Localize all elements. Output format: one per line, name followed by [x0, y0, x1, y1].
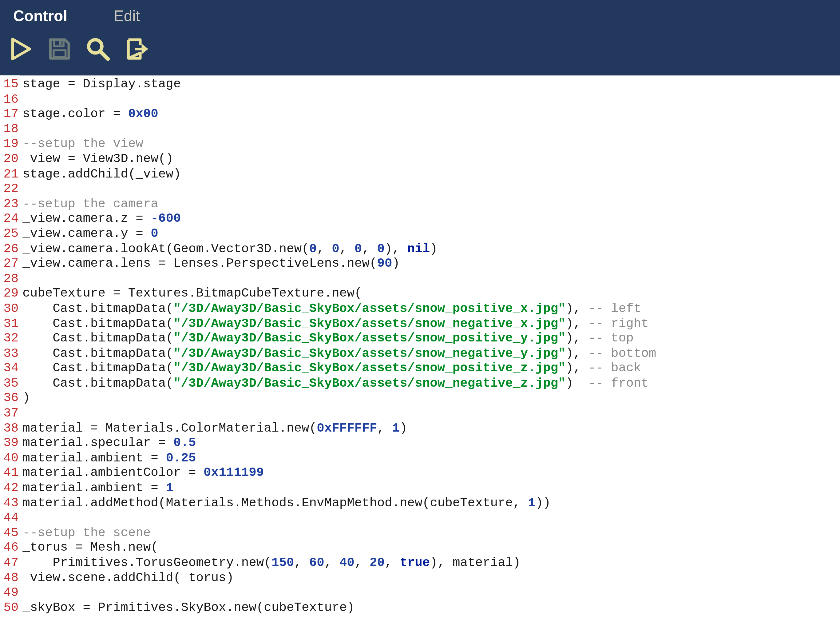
- code-line[interactable]: --setup the scene: [22, 526, 840, 540]
- line-number: 33: [0, 346, 20, 361]
- line-number: 42: [0, 481, 20, 495]
- play-icon: [10, 36, 32, 64]
- line-number: 30: [0, 301, 20, 316]
- svg-rect-3: [59, 41, 62, 44]
- save-icon: [47, 36, 71, 64]
- code-line[interactable]: --setup the camera: [22, 196, 840, 212]
- code-line[interactable]: _view.camera.z = -600: [22, 211, 840, 226]
- line-number: 47: [0, 556, 20, 571]
- code-line[interactable]: material.addMethod(Materials.Methods.Env…: [22, 495, 840, 511]
- line-number: 20: [0, 152, 20, 167]
- code-line[interactable]: _view.camera.lookAt(Geom.Vector3D.new(0,…: [22, 241, 840, 256]
- menu-control[interactable]: Control: [13, 7, 67, 25]
- svg-marker-1: [13, 39, 30, 59]
- code-line[interactable]: Cast.bitmapData("/3D/Away3D/Basic_SkyBox…: [22, 316, 840, 331]
- code-line[interactable]: [22, 182, 840, 196]
- code-line[interactable]: Cast.bitmapData("/3D/Away3D/Basic_SkyBox…: [22, 346, 840, 361]
- code-line[interactable]: [22, 271, 840, 287]
- line-number: 48: [0, 570, 20, 586]
- code-editor[interactable]: 1516171819202122232425262728293031323334…: [0, 75, 840, 630]
- code-line[interactable]: [22, 92, 840, 107]
- line-number: 46: [0, 540, 20, 556]
- line-number: 35: [0, 376, 20, 391]
- menu-edit[interactable]: Edit: [114, 7, 140, 25]
- line-number: 16: [0, 92, 20, 107]
- svg-rect-4: [54, 50, 65, 57]
- code-line[interactable]: _view.camera.lens = Lenses.PerspectiveLe…: [22, 256, 840, 271]
- code-line[interactable]: Cast.bitmapData("/3D/Away3D/Basic_SkyBox…: [22, 301, 840, 316]
- code-line[interactable]: Cast.bitmapData("/3D/Away3D/Basic_SkyBox…: [22, 376, 840, 391]
- code-line[interactable]: Cast.bitmapData("/3D/Away3D/Basic_SkyBox…: [22, 331, 840, 346]
- code-line[interactable]: Cast.bitmapData("/3D/Away3D/Basic_SkyBox…: [22, 361, 840, 376]
- code-line[interactable]: material.ambientColor = 0x111199: [22, 466, 840, 481]
- code-line[interactable]: [22, 406, 840, 421]
- search-button[interactable]: [85, 37, 111, 64]
- line-number: 50: [0, 600, 20, 615]
- code-line[interactable]: Primitives.TorusGeometry.new(150, 60, 40…: [22, 556, 840, 571]
- line-number-gutter: 1516171819202122232425262728293031323334…: [0, 75, 20, 630]
- code-line[interactable]: stage = Display.stage: [22, 77, 840, 92]
- line-number: 34: [0, 361, 20, 376]
- code-line[interactable]: material.ambient = 1: [22, 481, 840, 495]
- code-line[interactable]: _view = View3D.new(): [22, 152, 840, 167]
- code-line[interactable]: _view.scene.addChild(_torus): [22, 570, 840, 586]
- line-number: 25: [0, 226, 20, 242]
- line-number: 23: [0, 196, 20, 212]
- line-number: 36: [0, 391, 20, 406]
- line-number: 38: [0, 421, 20, 436]
- code-line[interactable]: material = Materials.ColorMaterial.new(0…: [22, 421, 840, 436]
- line-number: 43: [0, 495, 20, 511]
- line-number: 29: [0, 286, 20, 301]
- toolbar: [0, 32, 840, 69]
- code-content[interactable]: stage = Display.stage stage.color = 0x00…: [20, 75, 840, 630]
- line-number: 41: [0, 466, 20, 481]
- line-number: 32: [0, 331, 20, 346]
- code-line[interactable]: stage.addChild(_view): [22, 166, 840, 182]
- search-icon: [85, 36, 111, 65]
- play-button[interactable]: [8, 37, 35, 64]
- line-number: 40: [0, 451, 20, 466]
- code-line[interactable]: cubeTexture = Textures.BitmapCubeTexture…: [22, 286, 840, 301]
- line-number: 19: [0, 136, 20, 152]
- line-number: 31: [0, 316, 20, 331]
- code-line[interactable]: material.ambient = 0.25: [22, 451, 840, 466]
- line-number: 18: [0, 122, 20, 136]
- line-number: 21: [0, 166, 20, 182]
- code-line[interactable]: --setup the view: [22, 136, 840, 152]
- line-number: 27: [0, 256, 20, 271]
- exit-button[interactable]: [123, 37, 149, 64]
- line-number: 44: [0, 511, 20, 526]
- line-number: 45: [0, 526, 20, 540]
- line-number: 49: [0, 586, 20, 600]
- svg-line-6: [101, 51, 108, 59]
- code-line[interactable]: [22, 586, 840, 600]
- line-number: 22: [0, 182, 20, 196]
- line-number: 15: [0, 77, 20, 92]
- code-line[interactable]: [22, 122, 840, 136]
- code-line[interactable]: stage.color = 0x00: [22, 107, 840, 122]
- exit-icon: [125, 36, 148, 64]
- code-line[interactable]: material.specular = 0.5: [22, 436, 840, 451]
- line-number: 39: [0, 436, 20, 451]
- code-line[interactable]: ): [22, 391, 840, 406]
- svg-marker-7: [142, 43, 148, 54]
- save-button[interactable]: [46, 37, 73, 64]
- line-number: 24: [0, 211, 20, 226]
- code-line[interactable]: _view.camera.y = 0: [22, 226, 840, 242]
- code-line[interactable]: _skyBox = Primitives.SkyBox.new(cubeText…: [22, 600, 840, 615]
- menu-bar: Control Edit: [0, 0, 840, 32]
- line-number: 37: [0, 406, 20, 421]
- line-number: 17: [0, 107, 20, 122]
- code-line[interactable]: _torus = Mesh.new(: [22, 540, 840, 556]
- code-line[interactable]: [22, 511, 840, 526]
- line-number: 28: [0, 271, 20, 287]
- line-number: 26: [0, 241, 20, 256]
